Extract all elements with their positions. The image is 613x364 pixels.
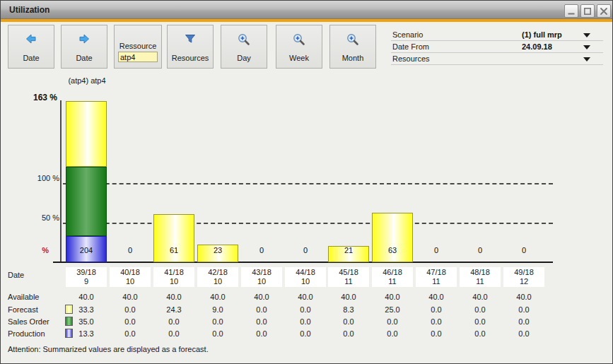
zoom-month-label: Month [342,54,364,62]
table-cell: 0.0 [241,329,282,338]
table-cell: 40.0 [66,293,107,301]
table-cell: 0.0 [503,329,544,338]
y-axis-tick-label: 100 % [17,174,59,182]
row-label-production: Production [8,329,45,338]
date-forward-label: Date [76,54,92,62]
date-header-cell: 48/1811 [460,267,501,287]
scenario-row[interactable]: Scenario (1) full mrp [391,29,603,41]
table-cell: 40.0 [416,293,457,301]
gridline-50 [63,223,553,224]
bar-value-label: 61 [153,246,194,254]
chevron-down-icon[interactable] [583,57,590,61]
table-cell: 0.0 [460,317,501,326]
resources-filter-button[interactable]: Resources [167,25,214,69]
table-cell: 24.3 [153,305,194,314]
scenario-label: Scenario [392,30,423,39]
table-cell: 40.0 [285,293,326,301]
zoom-week-label: Week [289,54,309,62]
table-cell: 0.0 [416,329,457,338]
table-cell: 0.0 [372,317,413,326]
table-cell: 0.0 [241,317,282,326]
table-cell: 13.3 [66,329,107,338]
y-axis-unit-label: % [21,246,49,254]
y-axis-max-label: 163 % [17,93,57,102]
table-cell: 9.0 [197,305,238,314]
titlebar[interactable]: Utilization [1,1,612,19]
zoom-week-button[interactable]: Week [276,25,322,69]
table-cell: 0.0 [328,317,369,326]
date-header-cell: 43/1810 [241,267,282,287]
bar-value-label: 0 [110,246,151,254]
date-row-label: Date [8,271,24,279]
bar-segment-forecast [197,245,238,262]
bar-segment-forecast [372,213,413,262]
filter-icon [168,33,213,47]
bar-value-label: 0 [503,246,544,254]
close-icon [600,7,608,16]
ressource-input[interactable] [118,52,158,62]
bar-value-label: 0 [285,246,326,254]
chevron-down-icon[interactable] [583,33,590,37]
zoom-day-label: Day [237,54,251,62]
table-cell: 40.0 [503,293,544,301]
table-cell: 0.0 [285,329,326,338]
resources-row[interactable]: Resources [391,53,603,65]
table-cell: 8.3 [328,305,369,314]
bar-segment-forecast [66,101,107,167]
table-cell: 0.0 [460,329,501,338]
bar-value-label: 0 [460,246,501,254]
table-cell: 40.0 [153,293,194,301]
y-axis-tick-label: 50 % [17,213,59,222]
table-cell: 40.0 [241,293,282,301]
minimize-icon [567,7,576,16]
date-header-cell: 39/189 [66,267,107,287]
scenario-value[interactable]: (1) full mrp [522,30,589,39]
bar-value-label: 0 [241,246,282,254]
table-cell: 0.0 [416,317,457,326]
ressource-button[interactable]: Ressource [114,25,162,69]
table-cell: 0.0 [285,305,326,314]
bar-value-label: 63 [372,246,413,254]
bar-segment-forecast [328,246,369,262]
table-cell: 0.0 [153,317,194,326]
filter-form: Scenario (1) full mrp Date From 24.09.18… [391,29,603,65]
zoom-in-icon [221,33,267,49]
table-cell: 0.0 [197,317,238,326]
zoom-in-icon [330,33,375,49]
date-back-button[interactable]: Date [8,25,54,69]
y-axis-line [60,100,62,263]
zoom-day-button[interactable]: Day [221,25,267,69]
table-cell: 0.0 [110,317,151,326]
chevron-down-icon[interactable] [583,45,590,49]
table-cell: 0.0 [416,305,457,314]
table-cell: 0.0 [372,329,413,338]
date-from-value[interactable]: 24.09.18 [522,42,589,51]
ressource-label: Ressource [119,42,157,50]
minimize-button[interactable] [564,4,578,18]
table-cell: 40.0 [460,293,501,301]
table-cell: 0.0 [503,305,544,314]
date-forward-button[interactable]: Date [61,25,107,69]
window-title: Utilization [9,5,49,15]
table-cell: 0.0 [285,317,326,326]
table-cell: 0.0 [460,305,501,314]
row-label-available: Available [8,293,39,301]
table-cell: 33.3 [66,305,107,314]
date-from-label: Date From [392,42,429,51]
table-cell: 0.0 [110,305,151,314]
zoom-month-button[interactable]: Month [329,25,376,69]
bar-value-label: 21 [328,246,369,254]
zoom-in-icon [276,33,322,49]
close-button[interactable] [597,4,611,18]
table-cell: 35.0 [66,317,107,326]
date-header-cell: 47/1811 [416,267,457,287]
date-header-cell: 45/1811 [328,267,369,287]
date-header-cell: 40/1810 [110,267,151,287]
x-axis-line [53,262,553,263]
date-from-row[interactable]: Date From 24.09.18 [391,41,603,53]
table-cell: 0.0 [503,317,544,326]
resources-label: Resources [392,54,430,63]
resources-filter-label: Resources [172,54,209,62]
table-cell: 40.0 [372,293,413,301]
maximize-button[interactable] [580,4,595,18]
